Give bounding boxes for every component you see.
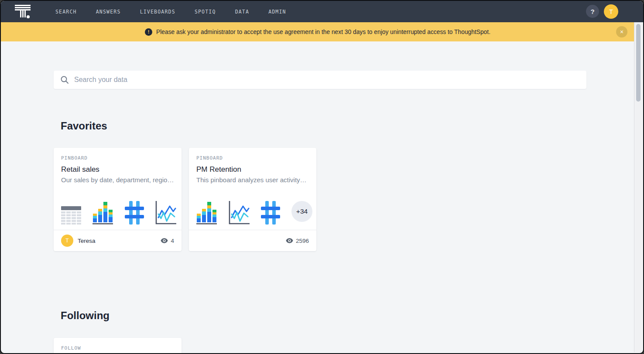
- notification-banner: ! Please ask your administrator to accep…: [1, 22, 634, 41]
- nav-item-data[interactable]: DATA: [235, 9, 250, 15]
- banner-message: Please ask your administrator to accept …: [156, 29, 490, 35]
- favorites-heading: Favorites: [61, 120, 107, 132]
- author-avatar: T: [61, 235, 73, 247]
- close-icon[interactable]: ×: [616, 26, 627, 37]
- views-number: 4: [171, 238, 174, 244]
- table-icon: [61, 206, 81, 225]
- nav-item-admin[interactable]: ADMIN: [268, 9, 286, 15]
- eye-icon: [161, 238, 168, 243]
- card-footer: 2596: [189, 230, 316, 251]
- top-nav: SEARCH ANSWERS LIVEBOARDS SPOTIQ DATA AD…: [1, 1, 643, 22]
- pinboard-card-retail-sales[interactable]: PINBOARD Retail sales Our sales by date,…: [54, 148, 182, 251]
- viz-thumbnails: [61, 199, 176, 225]
- card-title: PM Retention: [196, 165, 241, 174]
- hashtag-icon: [261, 201, 280, 225]
- scrollbar-track[interactable]: [634, 22, 642, 352]
- card-footer: T Teresa 4: [54, 230, 182, 251]
- pinboard-card-pm-retention[interactable]: PINBOARD PM Retention This pinboard anal…: [189, 148, 316, 251]
- search-icon: [60, 75, 69, 84]
- app-window: SEARCH ANSWERS LIVEBOARDS SPOTIQ DATA AD…: [0, 0, 644, 354]
- line-chart-icon: [155, 201, 176, 225]
- author-name: Teresa: [78, 238, 96, 244]
- search-input[interactable]: [74, 71, 586, 89]
- views-number: 2596: [296, 238, 309, 244]
- line-chart-icon: [229, 201, 250, 225]
- nav-menu: SEARCH ANSWERS LIVEBOARDS SPOTIQ DATA AD…: [55, 9, 286, 15]
- stacked-bar-chart-icon: [196, 201, 217, 225]
- following-heading: Following: [61, 310, 110, 322]
- nav-item-liveboards[interactable]: LIVEBOARDS: [140, 9, 175, 15]
- banner-content: ! Please ask your administrator to accep…: [145, 28, 490, 36]
- nav-item-answers[interactable]: ANSWERS: [96, 9, 121, 15]
- nav-item-spotiq[interactable]: SPOTIQ: [195, 9, 216, 15]
- card-title: Retail sales: [61, 165, 99, 174]
- nav-item-search[interactable]: SEARCH: [55, 9, 77, 15]
- user-avatar[interactable]: T: [604, 4, 618, 19]
- card-type-label: PINBOARD: [61, 155, 88, 161]
- help-button[interactable]: ?: [586, 5, 599, 18]
- following-card[interactable]: FOLLOW: [54, 338, 182, 354]
- hashtag-icon: [125, 201, 144, 225]
- stacked-bar-chart-icon: [92, 201, 113, 225]
- eye-icon: [286, 238, 293, 243]
- card-type-label: PINBOARD: [196, 155, 223, 161]
- view-count: 4: [161, 238, 174, 244]
- viz-thumbnails: +34: [196, 199, 312, 225]
- search-bar: [54, 71, 586, 89]
- card-type-label: FOLLOW: [61, 345, 81, 351]
- card-description: This pinboard analyzes user activity…: [196, 176, 311, 184]
- card-description: Our sales by date, department, regio…: [61, 176, 176, 184]
- card-author: T Teresa: [61, 235, 96, 247]
- alert-icon: !: [145, 28, 152, 36]
- scrollbar-thumb[interactable]: [636, 24, 641, 102]
- view-count: 2596: [286, 238, 309, 244]
- thoughtspot-logo-icon[interactable]: [14, 4, 32, 20]
- more-count-badge: +34: [291, 201, 312, 222]
